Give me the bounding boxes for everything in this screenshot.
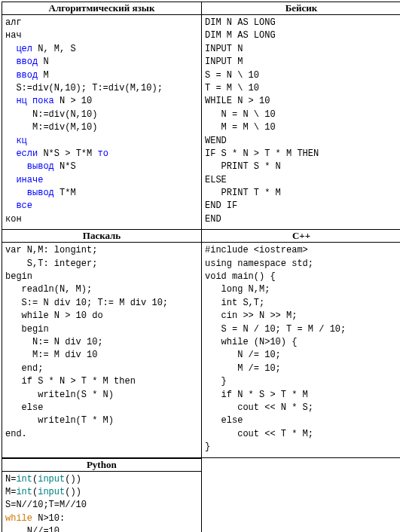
cell-cpp: #include <iostream> using namespace std;…	[202, 243, 401, 457]
cell-alg: алг нач цел N, M, S ввод N ввод M S:=div…	[2, 15, 202, 230]
python-table: Python N=int(input()) M=int(input()) S=N…	[2, 458, 202, 533]
cell-basic: DIM N AS LONG DIM M AS LONG INPUT N INPU…	[202, 15, 401, 230]
header-alg: Алгоритмический язык	[2, 2, 202, 15]
code-pascal: var N,M: longint; S,T: integer; begin re…	[2, 243, 201, 444]
code-comparison-table: Алгоритмический язык Бейсик алг нач цел …	[2, 2, 400, 458]
header-cpp: С++	[202, 230, 401, 243]
header-pascal: Паскаль	[2, 230, 202, 243]
header-python: Python	[2, 458, 202, 471]
code-cpp: #include <iostream> using namespace std;…	[202, 243, 400, 457]
cell-python: N=int(input()) M=int(input()) S=N//10;T=…	[2, 471, 202, 532]
code-basic: DIM N AS LONG DIM M AS LONG INPUT N INPU…	[202, 15, 400, 229]
cell-pascal: var N,M: longint; S,T: integer; begin re…	[2, 243, 202, 457]
header-basic: Бейсик	[202, 2, 401, 15]
code-python: N=int(input()) M=int(input()) S=N//10;T=…	[2, 472, 201, 533]
code-alg: алг нач цел N, M, S ввод N ввод M S:=div…	[2, 15, 201, 229]
